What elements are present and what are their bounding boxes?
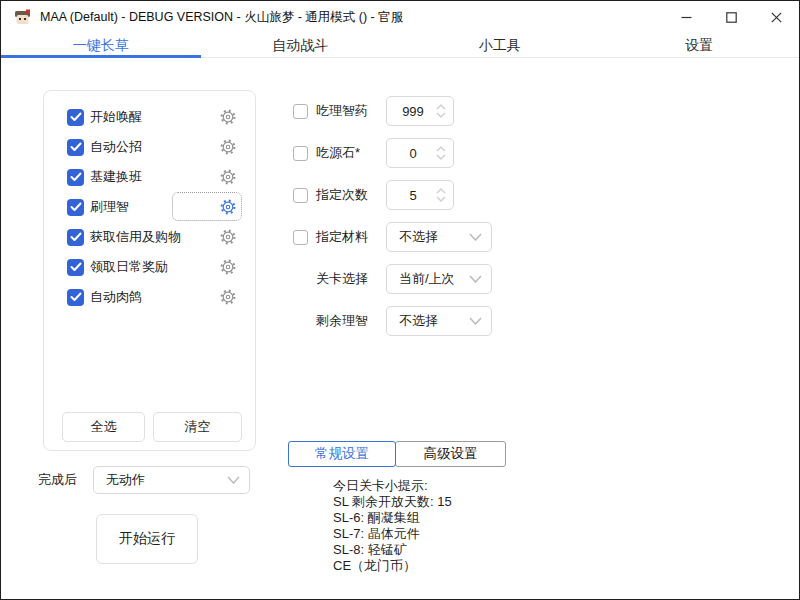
tab-farming-label: 一键长草 — [73, 37, 129, 53]
remaining-sanity-dropdown[interactable]: 不选择 — [386, 306, 492, 336]
tab-copilot[interactable]: 自动战斗 — [201, 33, 401, 57]
gear-icon[interactable] — [220, 229, 236, 245]
chevron-down-icon — [227, 476, 240, 484]
close-button[interactable] — [754, 1, 799, 33]
gear-icon[interactable] — [220, 169, 236, 185]
checkbox-checked[interactable] — [67, 259, 84, 276]
row-times: 指定次数 5 — [293, 180, 454, 210]
row-label: 剩余理智 — [316, 312, 386, 330]
tab-copilot-label: 自动战斗 — [272, 37, 328, 53]
tips-line: SL 剩余开放天数: 15 — [333, 494, 452, 510]
checkbox-checked[interactable] — [67, 139, 84, 156]
task-row-award: 领取日常奖励 — [44, 252, 255, 282]
checkbox-checked[interactable] — [67, 229, 84, 246]
chevron-down-icon — [469, 275, 482, 283]
tab-settings-label: 设置 — [685, 37, 713, 53]
gear-icon-focused[interactable] — [220, 199, 236, 215]
dropdown-value: 当前/上次 — [399, 270, 455, 288]
row-originite: 吃源石* 0 — [293, 138, 454, 168]
start-button[interactable]: 开始运行 — [96, 514, 198, 564]
task-row-base: 基建换班 — [44, 162, 255, 192]
chevron-down-icon — [469, 317, 482, 325]
checkbox-checked[interactable] — [67, 109, 84, 126]
row-label: 关卡选择 — [316, 270, 386, 288]
close-icon — [771, 12, 782, 23]
row-label: 指定材料 — [316, 228, 386, 246]
checkbox-unchecked[interactable] — [293, 230, 308, 245]
tab-tools-label: 小工具 — [479, 37, 521, 53]
window-controls — [664, 1, 799, 33]
gear-icon[interactable] — [220, 109, 236, 125]
nav-tabbar: 一键长草 自动战斗 小工具 设置 — [1, 33, 799, 58]
settings-tab-group: 常规设置 高级设置 — [288, 441, 506, 467]
tips-line: SL-8: 轻锰矿 — [333, 542, 452, 558]
select-all-button[interactable]: 全选 — [62, 412, 145, 442]
spinner-updown-icon[interactable] — [436, 188, 446, 202]
task-row-fight: 刷理智 — [44, 192, 255, 222]
spinner-updown-icon[interactable] — [436, 104, 446, 118]
stage-dropdown[interactable]: 当前/上次 — [386, 264, 492, 294]
task-row-recruit: 自动公招 — [44, 132, 255, 162]
row-label: 指定次数 — [316, 186, 386, 204]
task-row-wakeup: 开始唤醒 — [44, 102, 255, 132]
after-completion-row: 完成后 无动作 — [38, 466, 250, 494]
checkbox-checked[interactable] — [67, 169, 84, 186]
tab-general-settings[interactable]: 常规设置 — [288, 441, 396, 467]
row-label: 吃理智药 — [316, 102, 386, 120]
originite-spinner[interactable]: 0 — [386, 138, 454, 168]
minimize-icon — [681, 12, 692, 23]
gear-icon[interactable] — [220, 289, 236, 305]
tips-line: SL-6: 酮凝集组 — [333, 510, 452, 526]
maa-window: MAA (Default) - DEBUG VERSION - 火山旅梦 - 通… — [0, 0, 800, 600]
row-remaining-sanity: 剩余理智 不选择 — [293, 306, 492, 336]
after-completion-dropdown[interactable]: 无动作 — [93, 466, 250, 494]
clear-button[interactable]: 清空 — [153, 412, 242, 442]
tab-tools[interactable]: 小工具 — [400, 33, 600, 57]
after-completion-value: 无动作 — [106, 471, 145, 489]
task-label: 自动公招 — [90, 138, 142, 156]
row-label: 吃源石* — [316, 144, 386, 162]
tips-line: SL-7: 晶体元件 — [333, 526, 452, 542]
task-label: 基建换班 — [90, 168, 142, 186]
checkbox-unchecked[interactable] — [293, 146, 308, 161]
checkbox-unchecked[interactable] — [293, 104, 308, 119]
spinner-updown-icon[interactable] — [436, 146, 446, 160]
tab-advanced-settings[interactable]: 高级设置 — [395, 441, 506, 467]
checkbox-checked[interactable] — [67, 289, 84, 306]
after-completion-label: 完成后 — [38, 471, 77, 489]
task-label: 领取日常奖励 — [90, 258, 168, 276]
checkbox-checked[interactable] — [67, 199, 84, 216]
app-icon — [14, 9, 31, 26]
task-list: 开始唤醒 自动公招 基建换班 刷理智 获取信用及购物 — [44, 102, 255, 312]
tab-farming[interactable]: 一键长草 — [1, 33, 201, 57]
row-sanity-potion: 吃理智药 999 — [293, 96, 454, 126]
window-title: MAA (Default) - DEBUG VERSION - 火山旅梦 - 通… — [40, 9, 403, 26]
maximize-icon — [726, 12, 737, 23]
task-row-credit: 获取信用及购物 — [44, 222, 255, 252]
titlebar: MAA (Default) - DEBUG VERSION - 火山旅梦 - 通… — [1, 1, 799, 33]
task-label: 刷理智 — [90, 198, 129, 216]
task-label: 自动肉鸽 — [90, 288, 142, 306]
tab-settings[interactable]: 设置 — [600, 33, 800, 57]
task-list-panel: 开始唤醒 自动公招 基建换班 刷理智 获取信用及购物 — [43, 90, 256, 451]
chevron-down-icon — [469, 233, 482, 241]
stage-tips: 今日关卡小提示: SL 剩余开放天数: 15 SL-6: 酮凝集组 SL-7: … — [333, 478, 452, 574]
row-stage-select: 关卡选择 当前/上次 — [293, 264, 492, 294]
row-material: 指定材料 不选择 — [293, 222, 492, 252]
task-row-roguelike: 自动肉鸽 — [44, 282, 255, 312]
maximize-button[interactable] — [709, 1, 754, 33]
minimize-button[interactable] — [664, 1, 709, 33]
sanity-potion-spinner[interactable]: 999 — [386, 96, 454, 126]
checkbox-unchecked[interactable] — [293, 188, 308, 203]
gear-icon[interactable] — [220, 259, 236, 275]
tips-line: 今日关卡小提示: — [333, 478, 452, 494]
material-dropdown[interactable]: 不选择 — [386, 222, 492, 252]
dropdown-value: 不选择 — [399, 312, 438, 330]
task-label: 开始唤醒 — [90, 108, 142, 126]
task-label: 获取信用及购物 — [90, 228, 181, 246]
gear-icon[interactable] — [220, 139, 236, 155]
dropdown-value: 不选择 — [399, 228, 438, 246]
tips-line: CE（龙门币） — [333, 558, 452, 574]
times-spinner[interactable]: 5 — [386, 180, 454, 210]
